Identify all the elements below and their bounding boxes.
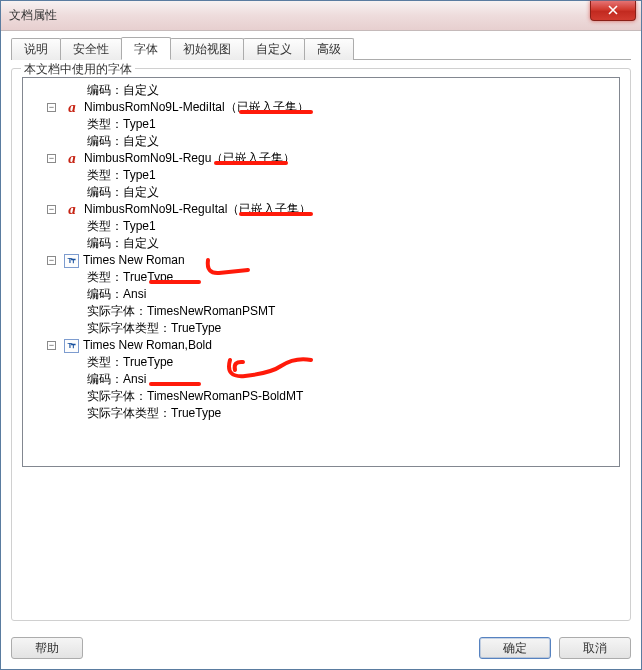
font-tree-box[interactable]: 编码：自定义 − a NimbusRomNo9L-MediItal（已嵌入子集）… xyxy=(22,77,620,467)
tree-node-font[interactable]: − Tᴛ Times New Roman xyxy=(29,252,617,269)
expander-icon[interactable]: − xyxy=(47,341,56,350)
serif-font-icon: a xyxy=(64,100,80,116)
tree-detail: 编码：自定义 xyxy=(29,235,617,252)
fieldset-label: 本文档中使用的字体 xyxy=(21,61,135,78)
detail-text: 编码：自定义 xyxy=(87,82,159,99)
titlebar: 文档属性 xyxy=(1,1,641,31)
tree-node-font[interactable]: − a NimbusRomNo9L-MediItal（已嵌入子集） xyxy=(29,99,617,116)
detail-text: 编码：自定义 xyxy=(87,184,159,201)
detail-text: 类型：Type1 xyxy=(87,167,156,184)
detail-text: 实际字体：TimesNewRomanPS-BoldMT xyxy=(87,388,303,405)
detail-text: 实际字体类型：TrueType xyxy=(87,320,221,337)
tab-advanced[interactable]: 高级 xyxy=(304,38,354,60)
close-icon xyxy=(608,5,618,15)
close-button[interactable] xyxy=(590,1,636,21)
dialog-window: 文档属性 说明 安全性 字体 初始视图 自定义 高级 本文档中使用的字体 编码：… xyxy=(0,0,642,670)
tree-node-font[interactable]: − a NimbusRomNo9L-ReguItal（已嵌入子集） xyxy=(29,201,617,218)
serif-font-icon: a xyxy=(64,151,80,167)
ok-button[interactable]: 确定 xyxy=(479,637,551,659)
serif-font-icon: a xyxy=(64,202,80,218)
detail-text: 类型：Type1 xyxy=(87,218,156,235)
detail-text: 编码：Ansi xyxy=(87,371,146,388)
tab-bar: 说明 安全性 字体 初始视图 自定义 高级 xyxy=(11,37,631,60)
tree-detail: 编码：Ansi xyxy=(29,371,617,388)
font-tree: 编码：自定义 − a NimbusRomNo9L-MediItal（已嵌入子集）… xyxy=(29,82,617,422)
tab-custom[interactable]: 自定义 xyxy=(243,38,305,60)
font-name: Times New Roman xyxy=(83,252,185,269)
fonts-fieldset: 本文档中使用的字体 编码：自定义 − a NimbusRomNo9L-MediI… xyxy=(11,68,631,621)
detail-text: 编码：Ansi xyxy=(87,286,146,303)
tab-security[interactable]: 安全性 xyxy=(60,38,122,60)
font-name: Times New Roman,Bold xyxy=(83,337,212,354)
detail-text: 类型：TrueType xyxy=(87,269,173,286)
tree-detail: 实际字体：TimesNewRomanPS-BoldMT xyxy=(29,388,617,405)
detail-text: 类型：TrueType xyxy=(87,354,173,371)
detail-text: 编码：自定义 xyxy=(87,133,159,150)
truetype-font-icon: Tᴛ xyxy=(64,254,79,268)
tree-node-font[interactable]: − Tᴛ Times New Roman,Bold xyxy=(29,337,617,354)
expander-icon[interactable]: − xyxy=(47,103,56,112)
tree-detail: 实际字体类型：TrueType xyxy=(29,405,617,422)
tree-node-font[interactable]: − a NimbusRomNo9L-Regu（已嵌入子集） xyxy=(29,150,617,167)
detail-text: 实际字体类型：TrueType xyxy=(87,405,221,422)
tree-detail: 编码：自定义 xyxy=(29,133,617,150)
expander-icon[interactable]: − xyxy=(47,154,56,163)
tree-detail: 类型：Type1 xyxy=(29,218,617,235)
tree-detail: 类型：TrueType xyxy=(29,354,617,371)
tree-detail: 类型：TrueType xyxy=(29,269,617,286)
tree-detail: 编码：Ansi xyxy=(29,286,617,303)
font-name: NimbusRomNo9L-Regu（已嵌入子集） xyxy=(84,150,295,167)
cancel-button[interactable]: 取消 xyxy=(559,637,631,659)
help-button[interactable]: 帮助 xyxy=(11,637,83,659)
detail-text: 实际字体：TimesNewRomanPSMT xyxy=(87,303,275,320)
truetype-font-icon: Tᴛ xyxy=(64,339,79,353)
font-name: NimbusRomNo9L-ReguItal（已嵌入子集） xyxy=(84,201,311,218)
tree-detail: 编码：自定义 xyxy=(29,184,617,201)
tab-fonts[interactable]: 字体 xyxy=(121,37,171,60)
font-name: NimbusRomNo9L-MediItal（已嵌入子集） xyxy=(84,99,309,116)
tree-detail: 编码：自定义 xyxy=(29,82,617,99)
window-title: 文档属性 xyxy=(9,7,57,24)
tree-detail: 实际字体类型：TrueType xyxy=(29,320,617,337)
tree-detail: 类型：Type1 xyxy=(29,116,617,133)
tab-description[interactable]: 说明 xyxy=(11,38,61,60)
detail-text: 类型：Type1 xyxy=(87,116,156,133)
tree-detail: 实际字体：TimesNewRomanPSMT xyxy=(29,303,617,320)
button-row: 帮助 确定 取消 xyxy=(1,629,641,669)
right-buttons: 确定 取消 xyxy=(479,637,631,659)
content-area: 说明 安全性 字体 初始视图 自定义 高级 本文档中使用的字体 编码：自定义 −… xyxy=(1,31,641,629)
expander-icon[interactable]: − xyxy=(47,205,56,214)
detail-text: 编码：自定义 xyxy=(87,235,159,252)
expander-icon[interactable]: − xyxy=(47,256,56,265)
tab-initial-view[interactable]: 初始视图 xyxy=(170,38,244,60)
tree-detail: 类型：Type1 xyxy=(29,167,617,184)
